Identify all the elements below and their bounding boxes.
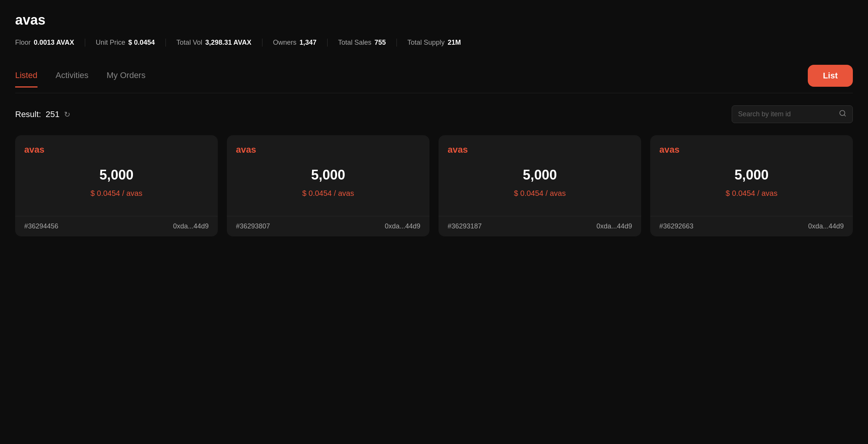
stat-value: 3,298.31 AVAX [205,39,251,47]
card-price: $ 0.0454 / avas [659,189,844,198]
stat-item: Unit Price $ 0.0454 [85,39,166,47]
card-amount: 5,000 [236,167,420,183]
stats-bar: Floor 0.0013 AVAX Unit Price $ 0.0454 To… [15,39,853,47]
card-collection-title: avas [24,144,209,155]
card[interactable]: avas 5,000 $ 0.0454 / avas #36294456 0xd… [15,135,218,236]
card[interactable]: avas 5,000 $ 0.0454 / avas #36293187 0xd… [439,135,641,236]
card-body: avas 5,000 $ 0.0454 / avas [227,135,429,216]
tabs-row: ListedActivitiesMy Orders List [15,65,853,93]
stat-value: 21M [448,39,461,47]
card-collection-title: avas [659,144,844,155]
results-label: Result: [15,109,41,119]
card-id: #36293187 [448,222,482,230]
stat-label: Total Vol [176,39,202,47]
card-footer: #36294456 0xda...44d9 [15,216,218,236]
stat-label: Floor [15,39,31,47]
card-collection-title: avas [448,144,632,155]
card-address: 0xda...44d9 [596,222,632,230]
search-container [732,105,853,123]
tabs-container: ListedActivitiesMy Orders [15,70,145,88]
stat-value: $ 0.0454 [128,39,155,47]
tab-listed[interactable]: Listed [15,70,37,88]
card-footer: #36292663 0xda...44d9 [650,216,853,236]
card-id: #36294456 [24,222,58,230]
results-count: 251 [45,109,59,119]
refresh-icon[interactable]: ↻ [64,110,70,119]
card-footer: #36293807 0xda...44d9 [227,216,429,236]
search-icon [839,109,846,119]
card-body: avas 5,000 $ 0.0454 / avas [15,135,218,216]
card-address: 0xda...44d9 [385,222,420,230]
card-price: $ 0.0454 / avas [448,189,632,198]
card-footer: #36293187 0xda...44d9 [439,216,641,236]
stat-item: Total Sales 755 [328,39,397,47]
card[interactable]: avas 5,000 $ 0.0454 / avas #36293807 0xd… [227,135,429,236]
search-input[interactable] [738,110,835,118]
stat-item: Total Vol 3,298.31 AVAX [166,39,262,47]
stat-label: Owners [273,39,297,47]
stat-value: 1,347 [300,39,317,47]
stat-label: Total Supply [407,39,445,47]
page-title: avas [15,12,853,28]
stat-label: Total Sales [338,39,372,47]
card-address: 0xda...44d9 [173,222,209,230]
card-collection-title: avas [236,144,420,155]
card-id: #36292663 [659,222,693,230]
card-price: $ 0.0454 / avas [236,189,420,198]
svg-line-1 [844,115,846,116]
stat-item: Owners 1,347 [262,39,328,47]
stat-value: 0.0013 AVAX [34,39,74,47]
card-price: $ 0.0454 / avas [24,189,209,198]
stat-item: Floor 0.0013 AVAX [15,39,85,47]
stat-label: Unit Price [96,39,125,47]
list-button[interactable]: List [808,65,853,87]
card-body: avas 5,000 $ 0.0454 / avas [439,135,641,216]
stat-item: Total Supply 21M [397,39,471,47]
card-amount: 5,000 [24,167,209,183]
card-amount: 5,000 [659,167,844,183]
card-address: 0xda...44d9 [808,222,844,230]
card-id: #36293807 [236,222,270,230]
tab-activities[interactable]: Activities [56,70,89,88]
card-amount: 5,000 [448,167,632,183]
tab-my-orders[interactable]: My Orders [107,70,146,88]
stat-value: 755 [375,39,386,47]
results-row: Result: 251 ↻ [15,105,853,123]
results-info: Result: 251 ↻ [15,109,70,119]
cards-grid: avas 5,000 $ 0.0454 / avas #36294456 0xd… [15,135,853,236]
card-body: avas 5,000 $ 0.0454 / avas [650,135,853,216]
card[interactable]: avas 5,000 $ 0.0454 / avas #36292663 0xd… [650,135,853,236]
